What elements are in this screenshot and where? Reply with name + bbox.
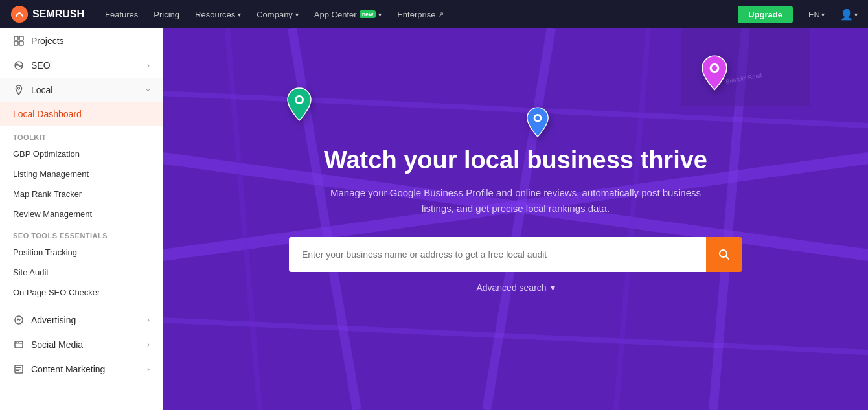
- advanced-search-toggle[interactable]: Advanced search ▾: [476, 282, 554, 293]
- nav-enterprise[interactable]: Enterprise ↗: [397, 10, 444, 19]
- chevron-right-icon: ›: [147, 365, 150, 374]
- nav-company[interactable]: Company ▾: [257, 10, 299, 19]
- sidebar-item-on-page[interactable]: On Page SEO Checker: [0, 282, 163, 302]
- sidebar-item-projects[interactable]: Projects: [0, 28, 163, 53]
- sidebar-item-label: Local: [31, 85, 52, 95]
- chevron-right-icon: ›: [147, 340, 150, 349]
- sidebar-item-position[interactable]: Position Tracking: [0, 242, 163, 262]
- social-icon: [13, 339, 25, 350]
- hero-overlay: Watch your local business thrive Manage …: [163, 28, 868, 410]
- search-button[interactable]: [706, 237, 742, 272]
- sidebar-item-listing[interactable]: Listing Management: [0, 164, 163, 184]
- nav-features[interactable]: Features: [105, 10, 138, 19]
- external-link-icon: ↗: [438, 10, 444, 19]
- search-bar: [289, 237, 742, 272]
- sidebar-item-site-audit[interactable]: Site Audit: [0, 262, 163, 282]
- brand-name: SEMRUSH: [32, 8, 84, 20]
- svg-point-10: [16, 342, 17, 343]
- chevron-right-icon: ›: [147, 61, 150, 70]
- sidebar-item-label: Advertising: [31, 315, 76, 325]
- svg-point-7: [18, 87, 20, 89]
- sidebar-item-map-rank[interactable]: Map Rank Tracker: [0, 184, 163, 204]
- svg-point-0: [11, 6, 28, 23]
- sidebar-item-label: SEO: [31, 60, 51, 71]
- toolkit-section-label: TOOLKIT: [0, 126, 163, 144]
- nav-resources[interactable]: Resources ▾: [195, 10, 241, 19]
- svg-rect-2: [19, 36, 23, 40]
- language-selector[interactable]: EN ▾: [808, 10, 825, 19]
- svg-line-33: [726, 256, 729, 260]
- nav-pricing[interactable]: Pricing: [154, 10, 179, 19]
- sidebar-item-social-media[interactable]: Social Media ›: [0, 332, 163, 357]
- svg-rect-3: [14, 41, 18, 45]
- svg-point-11: [18, 342, 19, 343]
- svg-rect-4: [19, 41, 23, 45]
- advertising-icon: [13, 314, 25, 326]
- chevron-down-icon: ▾: [238, 11, 241, 18]
- seo-icon: [13, 60, 25, 71]
- hero-subtitle: Manage your Google Business Profile and …: [321, 185, 710, 216]
- location-icon: [13, 84, 25, 96]
- sidebar-item-review[interactable]: Review Management: [0, 204, 163, 224]
- chevron-down-icon: ▾: [821, 11, 825, 18]
- user-icon: 👤: [840, 8, 853, 21]
- seo-tools-section-label: SEO TOOLS ESSENTIALS: [0, 224, 163, 242]
- chevron-down-icon: ▾: [378, 11, 382, 18]
- sidebar-item-advertising[interactable]: Advertising ›: [0, 308, 163, 332]
- chevron-down-icon: ▾: [854, 11, 858, 18]
- chevron-down-icon: ›: [144, 89, 153, 91]
- hero-title: Watch your local business thrive: [324, 146, 707, 176]
- chevron-right-icon: ›: [147, 315, 150, 325]
- nav-app-center[interactable]: App Center new ▾: [314, 10, 382, 19]
- sidebar-item-label: Content Marketing: [31, 364, 105, 374]
- sidebar-item-label: Local Dashboard: [13, 109, 82, 119]
- hero-section: Briarcliff Road: [163, 28, 868, 410]
- sidebar: Projects SEO › Local ›: [0, 28, 163, 410]
- grid-icon: [13, 35, 25, 47]
- chevron-down-icon: ▾: [295, 11, 299, 18]
- upgrade-button[interactable]: Upgrade: [738, 6, 793, 23]
- sidebar-item-gbp[interactable]: GBP Optimization: [0, 144, 163, 164]
- svg-rect-1: [14, 36, 18, 40]
- sidebar-item-label: Projects: [31, 36, 64, 46]
- brand-logo[interactable]: SEMRUSH: [10, 5, 84, 23]
- chevron-down-icon: ▾: [551, 282, 555, 293]
- new-badge: new: [360, 10, 376, 18]
- top-navigation: SEMRUSH Features Pricing Resources ▾ Com…: [0, 0, 868, 28]
- sidebar-item-local-dashboard[interactable]: Local Dashboard: [0, 102, 163, 126]
- content-icon: [13, 363, 25, 375]
- sidebar-item-content-marketing[interactable]: Content Marketing ›: [0, 357, 163, 382]
- main-layout: Projects SEO › Local ›: [0, 28, 868, 410]
- sidebar-item-local[interactable]: Local ›: [0, 78, 163, 102]
- search-input[interactable]: [289, 237, 706, 272]
- sidebar-item-label: Social Media: [31, 339, 83, 350]
- user-menu[interactable]: 👤 ▾: [840, 8, 858, 21]
- sidebar-item-seo[interactable]: SEO ›: [0, 53, 163, 78]
